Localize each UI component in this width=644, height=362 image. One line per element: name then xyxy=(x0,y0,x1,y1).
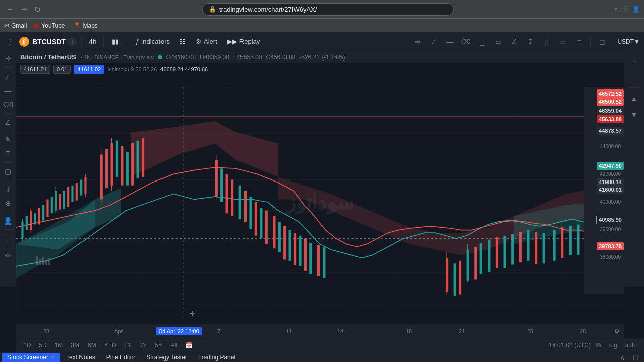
edit-tool[interactable]: ✏ xyxy=(2,249,15,262)
tab-trading-panel[interactable]: Trading Panel xyxy=(193,353,240,362)
forward-btn[interactable]: → xyxy=(18,3,30,16)
pitchfork-tool[interactable]: ⌫ xyxy=(2,98,15,111)
bookmarks-bar: ✉ Gmail ▶ YouTube 📍 Maps xyxy=(0,18,644,32)
browser-chrome: ← → ↻ 🔒 tradingview.com/chart/27IW6yAX/ … xyxy=(0,0,644,18)
bookmark-gmail[interactable]: ✉ Gmail xyxy=(4,22,27,29)
price-box-2[interactable]: 0.01 xyxy=(53,65,71,74)
svg-rect-83 xyxy=(527,230,529,261)
measure-tool[interactable]: ↧ xyxy=(524,35,537,48)
account-tool[interactable]: 👤 xyxy=(2,214,15,227)
back-btn[interactable]: ← xyxy=(4,3,16,16)
fib-left-tool[interactable]: ∠ xyxy=(2,116,15,129)
tab-pine-editor[interactable]: Pine Editor xyxy=(101,353,141,362)
chart-area[interactable]: سوداتوز + xyxy=(16,87,624,317)
bookmark-youtube[interactable]: ▶ YouTube xyxy=(35,22,65,29)
panel-collapse-btn[interactable]: ∧ xyxy=(617,352,628,363)
zoom-out-btn[interactable]: − xyxy=(628,70,641,83)
stock-screener-arrow: ▼ xyxy=(50,354,55,360)
svg-rect-63 xyxy=(289,230,291,261)
fork-tool[interactable]: ⌫ xyxy=(459,35,472,48)
symbol-full: Bitcoin / TetherUS xyxy=(20,53,76,61)
scroll-down-btn[interactable]: ▼ xyxy=(628,108,641,121)
ichimoku-label: Ichimoku 9 26 52 26 xyxy=(107,66,157,72)
horizontal-tool[interactable]: ― xyxy=(2,84,15,97)
replay-btn[interactable]: ▶▶ Replay xyxy=(223,36,264,47)
log-btn[interactable]: log xyxy=(606,341,620,350)
add-symbol-btn[interactable]: + xyxy=(68,37,77,46)
tf-1y[interactable]: 1Y xyxy=(121,341,135,350)
alert-btn[interactable]: ⚙ Alert xyxy=(192,36,221,47)
magnet-tool[interactable]: ⚌ xyxy=(556,35,569,48)
currency-label[interactable]: USDT▼ xyxy=(617,38,640,45)
fullscreen-btn[interactable]: ◻ xyxy=(596,35,609,48)
svg-rect-64 xyxy=(294,233,296,265)
more-tools[interactable]: ≡ xyxy=(572,35,585,48)
svg-rect-20 xyxy=(26,216,28,230)
tf-5y[interactable]: 5Y xyxy=(152,341,166,350)
zoom-tool[interactable]: ‖ xyxy=(540,35,553,48)
chart-type-btn[interactable]: ▮▮ xyxy=(108,36,123,47)
tab-strategy-tester[interactable]: Strategy Tester xyxy=(141,353,192,362)
svg-rect-53 xyxy=(231,180,233,216)
zoom-left-tool[interactable]: ⊕ xyxy=(2,197,15,210)
refresh-btn[interactable]: ↻ xyxy=(32,3,43,16)
address-bar[interactable]: 🔒 tradingview.com/chart/27IW6yAX/ xyxy=(202,3,454,16)
fib-tool[interactable]: ∠ xyxy=(508,35,521,48)
tf-1d[interactable]: 1D xyxy=(20,341,34,350)
time-settings-btn[interactable]: ⚙ xyxy=(614,328,620,335)
time-28b: 28 xyxy=(580,328,586,334)
text-tool[interactable]: T xyxy=(2,147,15,160)
bookmark-icon[interactable]: ☆ xyxy=(613,6,619,13)
tf-ytd[interactable]: YTD xyxy=(101,341,119,350)
tv-logo xyxy=(36,256,51,266)
symbol-selector[interactable]: ₿ BTCUSDT xyxy=(19,37,66,47)
tf-all[interactable]: All xyxy=(168,341,180,350)
tf-5d[interactable]: 5D xyxy=(36,341,49,350)
price-38000: 38000.00 xyxy=(600,254,621,260)
tf-1m[interactable]: 1M xyxy=(52,341,66,350)
panel-fullscreen-btn[interactable]: ◻ xyxy=(630,352,642,363)
timeframe-selector[interactable]: 4h xyxy=(86,37,100,47)
shapes-tool[interactable]: ▢ xyxy=(2,165,15,178)
zoom-in-btn[interactable]: + xyxy=(628,54,641,67)
svg-rect-82 xyxy=(519,232,522,262)
cursor-tool-left[interactable]: ✛ xyxy=(2,52,15,65)
time-18: 18 xyxy=(406,328,412,334)
sidebar-toggle[interactable]: ⋮ xyxy=(4,35,17,48)
tf-3m[interactable]: 3M xyxy=(68,341,83,350)
pct-btn[interactable]: % xyxy=(593,341,604,350)
tf-3y[interactable]: 3Y xyxy=(136,341,150,350)
svg-rect-99 xyxy=(45,260,47,265)
text-notes-label: Text Notes xyxy=(66,354,95,361)
tab-text-notes[interactable]: Text Notes xyxy=(61,353,100,362)
bookmark-maps[interactable]: 📍 Maps xyxy=(73,22,98,29)
extensions-icon[interactable]: ☰ xyxy=(623,6,628,13)
channel-tool[interactable]: ⎯ xyxy=(475,35,489,48)
scroll-up-btn[interactable]: ▲ xyxy=(628,92,641,105)
cursor-tool[interactable]: ⇨ xyxy=(411,35,424,48)
time-7: 7 xyxy=(217,328,220,334)
trend-line-tool[interactable]: ∕ xyxy=(2,70,15,83)
profile-icon[interactable]: 👤 xyxy=(632,6,640,13)
svg-rect-47 xyxy=(137,141,139,179)
tf-6m[interactable]: 6M xyxy=(85,341,99,350)
line-tool[interactable]: ∕ xyxy=(427,35,440,48)
price-badge-5: 42947.90 xyxy=(597,162,624,170)
indicators-btn[interactable]: ƒ Indicators xyxy=(131,36,174,47)
svg-rect-26 xyxy=(46,199,48,217)
rect-tool[interactable]: ▭ xyxy=(492,35,505,48)
arrow-down-tool[interactable]: ↓ xyxy=(2,232,15,245)
auto-btn[interactable]: auto xyxy=(622,341,640,350)
price-box-3[interactable]: 41611.02 xyxy=(74,65,104,74)
tab-stock-screener[interactable]: Stock Screener ▼ xyxy=(2,353,60,362)
price-box-1[interactable]: 41611.01 xyxy=(20,65,50,74)
templates-btn[interactable]: ☷ xyxy=(176,36,190,47)
measure-left-tool[interactable]: ↧ xyxy=(2,183,15,196)
calendar-btn[interactable]: 📅 xyxy=(182,341,196,350)
hline-tool[interactable]: ― xyxy=(443,35,456,48)
alert-icon: ⚙ xyxy=(196,38,202,45)
brush-tool[interactable]: ✎ xyxy=(2,133,15,146)
ohlc-data: O46160.08 H46359.00 L45555.00 C45633.88 … xyxy=(166,54,345,61)
price-badge-1: 46572.52 xyxy=(597,89,624,98)
time-25: 25 xyxy=(527,328,533,334)
